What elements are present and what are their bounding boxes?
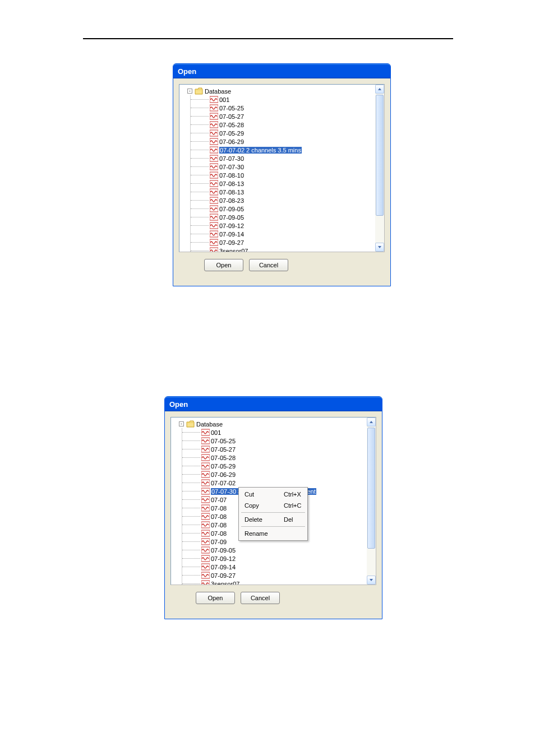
tree-root[interactable]: -Database bbox=[183, 87, 375, 95]
signal-file-icon bbox=[201, 555, 210, 562]
tree-item[interactable]: 07-09-14 bbox=[182, 563, 367, 571]
tree-item-label: 07-08-23 bbox=[219, 197, 244, 204]
signal-file-icon bbox=[201, 530, 210, 537]
context-menu-rename[interactable]: Rename bbox=[240, 528, 306, 539]
tree-root-label: Database bbox=[205, 88, 231, 95]
tree-item[interactable]: 3sensor07 bbox=[191, 247, 375, 252]
tree-root[interactable]: -Database bbox=[174, 420, 367, 428]
tree-item-label: 07-09-05 bbox=[219, 206, 244, 212]
tree-item[interactable]: 3sensor07 bbox=[182, 579, 367, 585]
tree-item[interactable]: 07-05-28 bbox=[182, 453, 367, 462]
tree-item[interactable]: 07-05-27 bbox=[191, 112, 375, 120]
tree-item[interactable]: 07-07-02 bbox=[182, 479, 367, 487]
tree-item-label: 07-09-14 bbox=[219, 231, 244, 238]
cancel-button[interactable]: Cancel bbox=[249, 259, 288, 271]
tree-item[interactable]: 07-09-27 bbox=[182, 571, 367, 579]
tree-item[interactable]: 07-05-25 bbox=[191, 104, 375, 112]
signal-file-icon bbox=[210, 230, 218, 238]
signal-file-icon bbox=[201, 572, 210, 579]
tree-item[interactable]: 07-09-05 bbox=[182, 546, 367, 554]
titlebar[interactable]: Open bbox=[165, 397, 382, 411]
context-menu-cut[interactable]: Cut Ctrl+X bbox=[240, 489, 306, 500]
tree-item[interactable]: 07-06-29 bbox=[182, 470, 367, 479]
open-button[interactable]: Open bbox=[204, 259, 243, 271]
tree-item-label: 001 bbox=[219, 96, 229, 103]
menu-item-shortcut: Ctrl+X bbox=[284, 491, 302, 498]
tree-item[interactable]: 001 bbox=[191, 95, 375, 104]
tree-item[interactable]: 001 bbox=[182, 428, 367, 437]
expander-icon[interactable]: - bbox=[187, 89, 192, 94]
scrollbar[interactable] bbox=[367, 418, 376, 585]
tree-item[interactable]: 07-07-30 bbox=[191, 154, 375, 163]
tree-item[interactable]: 07-08-10 bbox=[191, 171, 375, 179]
expander-icon[interactable]: - bbox=[179, 421, 184, 426]
scrollbar-thumb[interactable] bbox=[367, 428, 375, 549]
scrollbar-track[interactable] bbox=[367, 426, 376, 576]
tree-item[interactable]: 07-05-28 bbox=[191, 120, 375, 129]
tree-item[interactable]: 07-07-02 2 channels 3.5 mins bbox=[191, 146, 375, 154]
menu-item-label: Rename bbox=[245, 530, 273, 537]
tree-item[interactable]: 07-09-14 bbox=[191, 230, 375, 238]
tree-item[interactable]: 07-09-12 bbox=[182, 554, 367, 563]
signal-file-icon bbox=[201, 437, 210, 444]
signal-file-icon bbox=[210, 247, 218, 252]
tree-item[interactable]: 07-05-29 bbox=[191, 129, 375, 137]
scroll-down-button[interactable] bbox=[375, 243, 384, 252]
dialog-buttons: Open Cancel bbox=[173, 256, 390, 271]
signal-file-icon bbox=[201, 429, 210, 436]
tree-item[interactable]: 07-05-29 bbox=[182, 462, 367, 470]
signal-file-icon bbox=[201, 513, 210, 520]
open-dialog-2: Open -Database00107-05-2507-05-2707-05-2… bbox=[164, 396, 382, 619]
scroll-up-button[interactable] bbox=[375, 85, 384, 94]
tree-item-label: 07-08-13 bbox=[219, 189, 244, 196]
tree-item-label: 07-07-30 bbox=[219, 164, 244, 170]
scrollbar[interactable] bbox=[375, 85, 384, 252]
tree-view[interactable]: -Database00107-05-2507-05-2707-05-2807-0… bbox=[179, 84, 385, 252]
tree-item-label: 001 bbox=[211, 429, 221, 436]
scrollbar-track[interactable] bbox=[375, 94, 384, 243]
tree-item-label: 07-05-27 bbox=[211, 446, 236, 453]
dialog-buttons: Open Cancel bbox=[165, 588, 382, 604]
tree-item-label: 07-05-29 bbox=[219, 130, 244, 137]
menu-item-shortcut: Del bbox=[284, 516, 302, 523]
menu-item-shortcut: Ctrl+C bbox=[284, 502, 302, 509]
horizontal-rule bbox=[83, 38, 453, 39]
signal-file-icon bbox=[201, 563, 210, 571]
tree-item[interactable]: 07-09-27 bbox=[191, 238, 375, 247]
tree-item-label: 07-08 bbox=[211, 513, 227, 520]
signal-file-icon bbox=[201, 496, 210, 503]
tree-item-label: 07-09-14 bbox=[211, 564, 236, 571]
signal-file-icon bbox=[201, 454, 210, 461]
tree-item[interactable]: 07-09-05 bbox=[191, 213, 375, 221]
open-button[interactable]: Open bbox=[196, 592, 235, 604]
scrollbar-thumb[interactable] bbox=[376, 95, 384, 216]
tree-item-label: 07-08-13 bbox=[219, 180, 244, 187]
tree-item-label: 07-06-29 bbox=[211, 471, 236, 478]
context-menu-copy[interactable]: Copy Ctrl+C bbox=[240, 500, 306, 511]
tree-item[interactable]: 07-08-13 bbox=[191, 179, 375, 188]
down-arrow-icon bbox=[369, 578, 373, 582]
signal-file-icon bbox=[210, 155, 218, 162]
dialog-title: Open bbox=[178, 67, 196, 76]
tree-item-label: 07-08 bbox=[211, 505, 227, 512]
tree-item[interactable]: 07-05-25 bbox=[182, 437, 367, 445]
signal-file-icon bbox=[210, 214, 218, 221]
tree-item[interactable]: 07-06-29 bbox=[191, 137, 375, 146]
cancel-button[interactable]: Cancel bbox=[241, 592, 280, 604]
tree-item-label: 07-05-28 bbox=[219, 122, 244, 128]
tree-view[interactable]: -Database00107-05-2507-05-2707-05-2807-0… bbox=[170, 417, 376, 585]
tree-item[interactable]: 07-07-30 bbox=[191, 163, 375, 171]
tree-item[interactable]: 07-09-05 bbox=[191, 205, 375, 213]
tree-item[interactable]: 07-09-12 bbox=[191, 221, 375, 230]
titlebar[interactable]: Open bbox=[173, 64, 390, 78]
tree-item-label: 07-09 bbox=[211, 539, 227, 545]
tree-item[interactable]: 07-05-27 bbox=[182, 445, 367, 453]
tree-item[interactable]: 07-08-23 bbox=[191, 196, 375, 205]
signal-file-icon bbox=[210, 104, 218, 112]
context-menu-delete[interactable]: Delete Del bbox=[240, 514, 306, 525]
scroll-up-button[interactable] bbox=[367, 418, 376, 426]
tree-item[interactable]: 07-08-13 bbox=[191, 188, 375, 196]
tree-item-label: 07-05-29 bbox=[211, 463, 236, 470]
scroll-down-button[interactable] bbox=[367, 576, 376, 585]
signal-file-icon bbox=[210, 222, 218, 229]
